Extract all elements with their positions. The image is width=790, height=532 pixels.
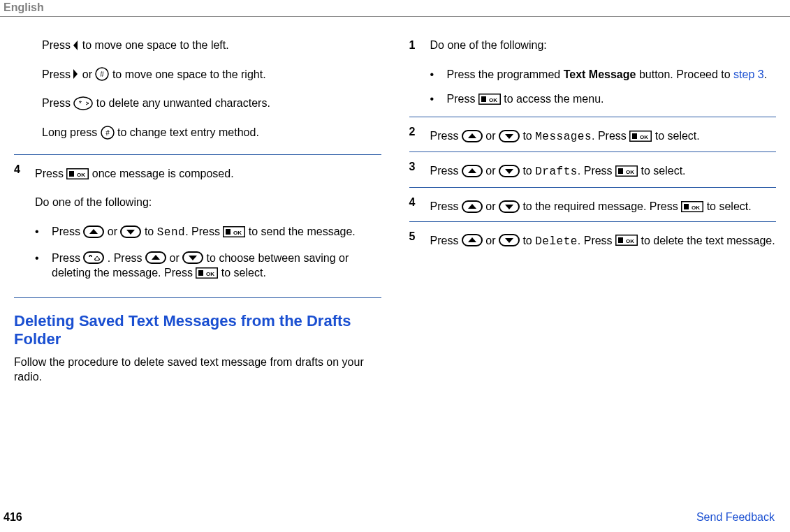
text: to delete the text message. <box>641 235 775 246</box>
up-button-icon <box>145 251 166 264</box>
step-5: 5 Press or to Delete. Press to delete th… <box>409 229 777 257</box>
text: or <box>169 252 182 264</box>
text: . Press <box>592 130 629 142</box>
bullet-text: Press the programmed Text Message button… <box>447 67 777 82</box>
hash-key-icon <box>101 126 115 140</box>
step-body: Do one of the following: • Press the pro… <box>430 38 777 110</box>
step-number: 3 <box>409 159 430 180</box>
text: to <box>522 165 535 177</box>
step-body: Press or to Delete. Press to delete the … <box>430 229 777 250</box>
step-1: 1 Do one of the following: • Press the p… <box>409 38 777 117</box>
step-body: Press or to the required message. Press … <box>430 195 777 214</box>
text: Press <box>42 97 73 109</box>
text: . <box>764 68 767 80</box>
text: Press <box>42 39 73 51</box>
ok-button-icon <box>615 235 638 246</box>
text: Press the programmed <box>447 68 564 80</box>
bullet-access-menu: • Press to access the menu. <box>430 91 777 107</box>
text: or <box>485 200 499 212</box>
ok-button-icon <box>66 168 89 179</box>
step-number: 4 <box>409 195 430 214</box>
up-button-icon <box>462 200 483 213</box>
text: to change text entry method. <box>117 126 259 138</box>
hash-key-icon <box>95 67 109 81</box>
step-4: 4 Press once message is composed. Do one… <box>14 154 381 298</box>
text: Press <box>52 226 83 237</box>
up-button-icon <box>462 234 483 246</box>
text: to the required message. Press <box>522 200 681 212</box>
text: to <box>522 235 535 246</box>
bullet-text-message: • Press the programmed Text Message butt… <box>430 67 777 82</box>
text-message-bold: Text Message <box>564 68 636 80</box>
text: Do one of the following: <box>35 195 381 210</box>
text: or <box>82 68 96 80</box>
language-label: English <box>3 1 44 13</box>
ok-button-icon <box>681 201 703 212</box>
section-desc: Follow the procedure to delete saved tex… <box>14 355 381 385</box>
down-button-icon <box>499 165 520 177</box>
up-button-icon <box>83 226 104 238</box>
nav-right-icon <box>73 69 79 79</box>
bullet-dot: • <box>35 251 52 281</box>
text: . Press <box>578 235 615 246</box>
delete-label: Delete <box>535 235 578 248</box>
text: to send the message. <box>249 226 356 237</box>
text: to move one space to the right. <box>112 68 266 80</box>
text: button. Proceed to <box>636 68 733 80</box>
text: to select. <box>221 267 266 279</box>
up-button-icon <box>462 130 483 142</box>
text: to <box>522 130 535 142</box>
text: Press <box>430 235 462 246</box>
text: once message is composed. <box>92 168 234 179</box>
step-body: Press or to Drafts. Press to select. <box>430 159 777 180</box>
ok-button-icon <box>196 267 218 279</box>
step-4r: 4 Press or to the required message. Pres… <box>409 195 777 222</box>
text: or <box>108 226 121 237</box>
step-body: Press once message is composed. Do one o… <box>35 162 381 290</box>
text: to select. <box>655 130 700 142</box>
step-number: 4 <box>14 162 35 290</box>
bullet-text: Press to access the menu. <box>447 91 777 107</box>
text: to access the menu. <box>504 93 604 105</box>
left-column: Press to move one space to the left. Pre… <box>14 38 381 385</box>
ok-button-icon <box>629 131 652 142</box>
press-delete-line: Press to delete any unwanted characters. <box>14 96 381 111</box>
text: or <box>485 235 499 246</box>
page-number: 416 <box>3 511 22 524</box>
text: Long press <box>42 126 101 138</box>
bullet-text: Press . Press or to choose between savin… <box>52 251 381 281</box>
text: to select. <box>707 200 752 212</box>
language-header: English <box>0 0 790 17</box>
press-left-line: Press to move one space to the left. <box>14 38 381 53</box>
step3-link[interactable]: step 3 <box>733 68 764 80</box>
down-button-icon <box>499 234 520 246</box>
text: Press once message is composed. <box>35 166 381 182</box>
page-footer: 416 Send Feedback <box>0 511 790 524</box>
text: . Press <box>108 252 145 264</box>
ok-button-icon <box>223 226 245 237</box>
down-button-icon <box>499 130 520 142</box>
step-number: 2 <box>409 124 430 145</box>
text: Press <box>35 168 66 179</box>
bullet-dot: • <box>35 224 52 241</box>
home-button-icon <box>83 251 104 264</box>
step-number: 1 <box>409 38 430 110</box>
text: or <box>485 165 499 177</box>
text: to delete any unwanted characters. <box>96 97 270 109</box>
ok-button-icon <box>615 165 638 177</box>
nav-left-icon <box>73 40 79 50</box>
bullet-send: • Press or to Send. Press to send the me… <box>35 224 381 241</box>
press-right-line: Press or to move one space to the right. <box>14 67 381 82</box>
text: to <box>145 226 157 237</box>
step-3: 3 Press or to Drafts. Press to select. <box>409 159 777 188</box>
send-feedback-link[interactable]: Send Feedback <box>696 511 775 524</box>
ok-button-icon <box>478 94 501 105</box>
up-button-icon <box>462 165 483 177</box>
step-number: 5 <box>409 229 430 250</box>
bullet-text: Press or to Send. Press to send the mess… <box>52 224 381 241</box>
down-button-icon <box>499 200 520 213</box>
text: Press <box>430 130 462 142</box>
down-button-icon <box>182 251 203 264</box>
text: . Press <box>185 226 223 237</box>
section-heading: Deleting Saved Text Messages from the Dr… <box>14 312 381 349</box>
